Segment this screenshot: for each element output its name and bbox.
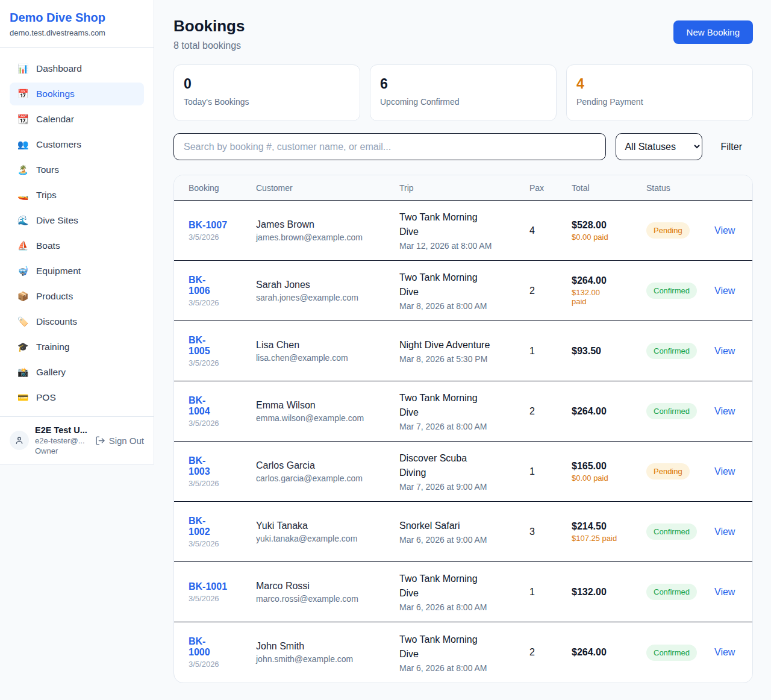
search-input[interactable] [173, 133, 606, 160]
sidebar-item-label: Equipment [36, 266, 81, 277]
user-email: e2e-tester@... [35, 436, 87, 445]
page-header: Bookings 8 total bookings New Booking [173, 17, 753, 51]
sidebar: Demo Dive Shop demo.test.divestreams.com… [0, 0, 154, 464]
sidebar-item-boats[interactable]: ⛵ Boats [10, 234, 144, 257]
booking-number-link[interactable]: BK- 1006 [189, 275, 210, 296]
filter-button[interactable]: Filter [720, 142, 742, 152]
trip-date: Mar 12, 2026 at 8:00 AM [399, 241, 529, 251]
total-cell: $264.00 $132.00 paid [572, 275, 646, 306]
customer-email: lisa.chen@example.com [256, 353, 399, 363]
amount-paid: $132.00 paid [572, 288, 646, 306]
sidebar-item-dashboard[interactable]: 📊 Dashboard [10, 57, 144, 80]
sidebar-item-equipment[interactable]: 🤿 Equipment [10, 260, 144, 283]
booking-number-link[interactable]: BK- 1004 [189, 395, 210, 417]
booking-cell: BK-1001 3/5/2026 [189, 581, 256, 603]
total-amount: $264.00 [572, 647, 646, 658]
booking-number-link[interactable]: BK-1001 [189, 581, 227, 592]
actions-cell: View [714, 406, 738, 417]
trip-date: Mar 6, 2026 at 9:00 AM [399, 535, 529, 545]
sidebar-item-discounts[interactable]: 🏷️ Discounts [10, 310, 144, 333]
booking-number-link[interactable]: BK- 1003 [189, 455, 210, 477]
customer-name: Carlos Garcia [256, 460, 399, 471]
customer-name: Lisa Chen [256, 340, 399, 351]
brand-domain: demo.test.divestreams.com [10, 28, 144, 37]
tag-icon: 🏷️ [17, 316, 29, 327]
view-link[interactable]: View [714, 286, 735, 296]
sidebar-item-label: Bookings [36, 89, 75, 99]
trip-date: Mar 6, 2026 at 8:00 AM [399, 602, 529, 612]
sidebar-item-label: POS [36, 392, 56, 403]
island-icon: 🏝️ [17, 164, 29, 175]
column-header-booking: Booking [189, 183, 256, 193]
trip-name: Two Tank Morning Dive [399, 633, 529, 661]
view-link[interactable]: View [714, 406, 735, 416]
column-header-pax: Pax [529, 183, 572, 193]
sidebar-item-training[interactable]: 🎓 Training [10, 336, 144, 358]
sidebar-item-tours[interactable]: 🏝️ Tours [10, 158, 144, 181]
booking-number-link[interactable]: BK-1007 [189, 220, 227, 231]
new-booking-button[interactable]: New Booking [673, 20, 753, 44]
status-badge: Confirmed [646, 283, 697, 299]
total-cell: $528.00 $0.00 paid [572, 220, 646, 242]
view-link[interactable]: View [714, 527, 735, 537]
trip-name: Snorkel Safari [399, 519, 529, 533]
sidebar-item-label: Boats [36, 240, 60, 251]
sign-out-button[interactable]: Sign Out [95, 436, 144, 446]
amount-paid: $107.25 paid [572, 534, 646, 543]
booking-created-date: 3/5/2026 [189, 298, 256, 307]
amount-paid: $0.00 paid [572, 473, 646, 483]
table-row: BK- 1002 3/5/2026 Yuki Tanaka yuki.tanak… [174, 502, 752, 562]
trip-date: Mar 8, 2026 at 8:00 AM [399, 301, 529, 311]
customer-name: John Smith [256, 641, 399, 652]
sidebar-item-products[interactable]: 📦 Products [10, 285, 144, 308]
trip-date: Mar 7, 2026 at 9:00 AM [399, 482, 529, 492]
user-name: E2E Test U... [35, 425, 87, 435]
booking-number-link[interactable]: BK- 1005 [189, 335, 210, 357]
column-header-status: Status [646, 183, 714, 193]
customer-cell: James Brown james.brown@example.com [256, 219, 399, 242]
view-link[interactable]: View [714, 225, 735, 236]
sidebar-item-bookings[interactable]: 📅 Bookings [10, 83, 144, 105]
sidebar-item-gallery[interactable]: 📸 Gallery [10, 361, 144, 384]
sidebar-item-dive-sites[interactable]: 🌊 Dive Sites [10, 209, 144, 232]
view-link[interactable]: View [714, 587, 735, 597]
trip-name: Two Tank Morning Dive [399, 572, 529, 601]
sidebar-item-label: Dive Sites [36, 215, 78, 226]
view-link[interactable]: View [714, 466, 735, 477]
sidebar-item-trips[interactable]: 🚤 Trips [10, 184, 144, 207]
sidebar-item-calendar[interactable]: 📆 Calendar [10, 108, 144, 131]
sidebar-item-customers[interactable]: 👥 Customers [10, 133, 144, 156]
customer-cell: Marco Rossi marco.rossi@example.com [256, 581, 399, 604]
booking-cell: BK- 1006 3/5/2026 [189, 275, 256, 307]
user-info: E2E Test U... e2e-tester@... Owner [35, 425, 87, 455]
graduation-cap-icon: 🎓 [17, 342, 29, 352]
total-amount: $264.00 [572, 406, 646, 417]
booking-number-link[interactable]: BK- 1000 [189, 636, 210, 658]
total-amount: $528.00 [572, 220, 646, 231]
booking-cell: BK- 1004 3/5/2026 [189, 395, 256, 428]
booking-number-link[interactable]: BK- 1002 [189, 516, 210, 537]
view-link[interactable]: View [714, 647, 735, 657]
customer-cell: Sarah Jones sarah.jones@example.com [256, 280, 399, 302]
status-select[interactable]: All Statuses [616, 133, 702, 160]
customer-email: james.brown@example.com [256, 233, 399, 242]
bar-chart-icon: 📊 [17, 63, 29, 74]
page-header-text: Bookings 8 total bookings [173, 17, 245, 51]
column-header-customer: Customer [256, 183, 399, 193]
bookings-table: Booking Customer Trip Pax Total Status B… [173, 175, 753, 683]
pax-value: 2 [529, 647, 572, 658]
package-icon: 📦 [17, 291, 29, 302]
trip-date: Mar 6, 2026 at 8:00 AM [399, 663, 529, 673]
table-row: BK- 1004 3/5/2026 Emma Wilson emma.wilso… [174, 381, 752, 442]
customer-cell: Yuki Tanaka yuki.tanaka@example.com [256, 520, 399, 543]
customer-email: marco.rossi@example.com [256, 594, 399, 604]
sidebar-item-pos[interactable]: 💳 POS [10, 386, 144, 409]
booking-cell: BK- 1005 3/5/2026 [189, 335, 256, 367]
view-link[interactable]: View [714, 346, 735, 356]
speedboat-icon: 🚤 [17, 190, 29, 201]
column-header-total: Total [572, 183, 646, 193]
user-avatar [10, 431, 29, 450]
stat-card: 0 Today's Bookings [173, 64, 360, 121]
stat-label: Upcoming Confirmed [380, 97, 546, 107]
customer-name: Emma Wilson [256, 400, 399, 411]
